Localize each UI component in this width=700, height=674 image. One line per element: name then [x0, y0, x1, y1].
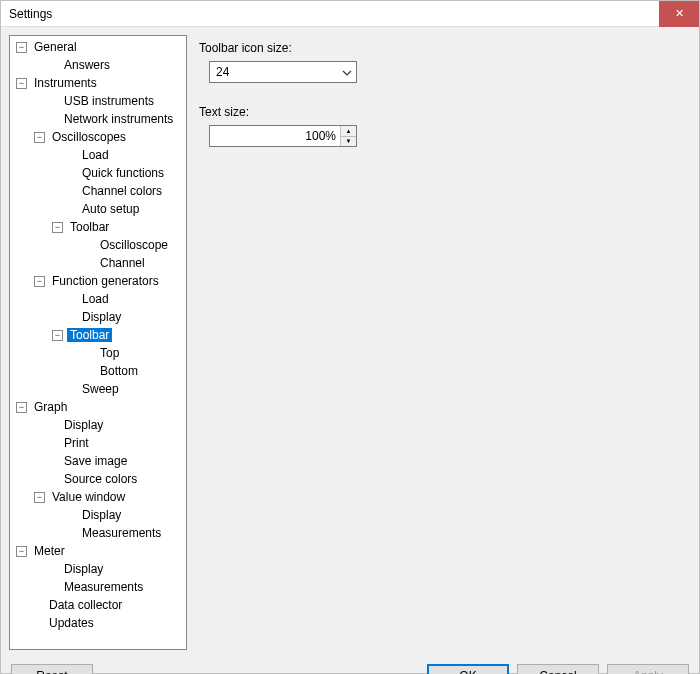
toolbar-icon-size-value: 24: [216, 65, 229, 79]
tree-node-osc-auto[interactable]: Auto setup: [12, 200, 184, 218]
tree-node-graph[interactable]: − Graph: [12, 398, 184, 416]
tree-node-oscilloscopes[interactable]: − Oscilloscopes: [12, 128, 184, 146]
tree-node-meter-measurements[interactable]: Measurements: [12, 578, 184, 596]
minus-icon[interactable]: −: [34, 492, 45, 503]
tree-node-fg-tb-bottom[interactable]: Bottom: [12, 362, 184, 380]
window-title: Settings: [9, 7, 659, 21]
text-size-label: Text size:: [199, 105, 691, 119]
titlebar: Settings ✕: [1, 1, 699, 27]
tree-node-fg-toolbar[interactable]: − Toolbar: [12, 326, 184, 344]
chevron-down-icon: [342, 65, 352, 79]
minus-icon[interactable]: −: [16, 546, 27, 557]
spin-up-button[interactable]: ▲: [341, 126, 356, 137]
minus-icon[interactable]: −: [52, 330, 63, 341]
tree-node-fg-display[interactable]: Display: [12, 308, 184, 326]
tree-node-graph-display[interactable]: Display: [12, 416, 184, 434]
content-panel: Toolbar icon size: 24 Text size: 100% ▲ …: [199, 35, 691, 650]
tree-node-data-collector[interactable]: Data collector: [12, 596, 184, 614]
toolbar-icon-size-combo[interactable]: 24: [209, 61, 357, 83]
settings-tree[interactable]: − General Answers − Instruments USB inst…: [9, 35, 187, 650]
tree-node-osc-colors[interactable]: Channel colors: [12, 182, 184, 200]
tree-node-osc-load[interactable]: Load: [12, 146, 184, 164]
dialog-body: − General Answers − Instruments USB inst…: [1, 27, 699, 658]
settings-window: Settings ✕ − General Answers − Instrumen…: [0, 0, 700, 674]
tree-node-osc-quick[interactable]: Quick functions: [12, 164, 184, 182]
tree-node-vw-display[interactable]: Display: [12, 506, 184, 524]
close-icon: ✕: [675, 7, 684, 20]
apply-button: Apply: [607, 664, 689, 674]
tree-node-osc-toolbar[interactable]: − Toolbar: [12, 218, 184, 236]
cancel-button[interactable]: Cancel: [517, 664, 599, 674]
minus-icon[interactable]: −: [34, 276, 45, 287]
tree-node-usb-instruments[interactable]: USB instruments: [12, 92, 184, 110]
tree-node-graph-save[interactable]: Save image: [12, 452, 184, 470]
tree-node-fg-tb-top[interactable]: Top: [12, 344, 184, 362]
tree-node-osc-tb-oscilloscope[interactable]: Oscilloscope: [12, 236, 184, 254]
spin-down-button[interactable]: ▼: [341, 137, 356, 147]
tree-node-fg-sweep[interactable]: Sweep: [12, 380, 184, 398]
tree-node-general[interactable]: − General: [12, 38, 184, 56]
minus-icon[interactable]: −: [52, 222, 63, 233]
text-size-value[interactable]: 100%: [210, 126, 340, 146]
tree-node-graph-print[interactable]: Print: [12, 434, 184, 452]
tree-node-vw-measurements[interactable]: Measurements: [12, 524, 184, 542]
minus-icon[interactable]: −: [16, 78, 27, 89]
tree-node-fg-load[interactable]: Load: [12, 290, 184, 308]
ok-button[interactable]: OK: [427, 664, 509, 674]
minus-icon[interactable]: −: [16, 402, 27, 413]
tree-node-graph-source[interactable]: Source colors: [12, 470, 184, 488]
reset-button[interactable]: Reset: [11, 664, 93, 674]
tree-node-answers[interactable]: Answers: [12, 56, 184, 74]
tree-node-osc-tb-channel[interactable]: Channel: [12, 254, 184, 272]
button-row: Reset OK Cancel Apply: [1, 658, 699, 674]
tree-node-meter-display[interactable]: Display: [12, 560, 184, 578]
toolbar-icon-size-label: Toolbar icon size:: [199, 41, 691, 55]
minus-icon[interactable]: −: [16, 42, 27, 53]
tree-node-function-generators[interactable]: − Function generators: [12, 272, 184, 290]
tree-node-network-instruments[interactable]: Network instruments: [12, 110, 184, 128]
tree-node-instruments[interactable]: − Instruments: [12, 74, 184, 92]
tree-node-meter[interactable]: − Meter: [12, 542, 184, 560]
tree-node-updates[interactable]: Updates: [12, 614, 184, 632]
tree-node-value-window[interactable]: − Value window: [12, 488, 184, 506]
close-button[interactable]: ✕: [659, 1, 699, 27]
text-size-spinner[interactable]: 100% ▲ ▼: [209, 125, 357, 147]
minus-icon[interactable]: −: [34, 132, 45, 143]
